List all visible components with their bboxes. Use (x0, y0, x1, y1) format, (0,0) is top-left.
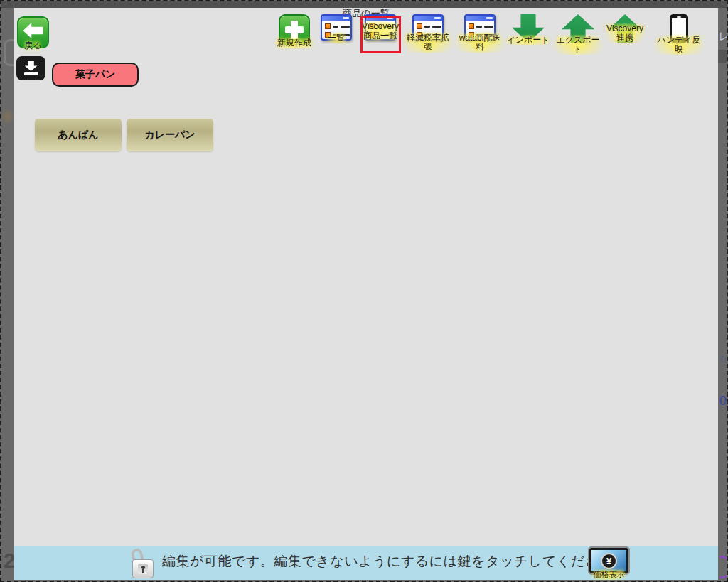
unlocked-padlock-icon[interactable] (131, 549, 155, 580)
price-display-label: 価格表示 (591, 569, 628, 580)
background-remnant-shape (719, 556, 728, 578)
toolbar-label: Viscovery 連携 (603, 23, 647, 43)
background-remnant-text: 0 (719, 394, 727, 409)
yen-icon: ¥ (601, 553, 617, 569)
back-button-label: 戻る (18, 40, 48, 52)
product-button[interactable]: あんぱん (35, 119, 122, 151)
background-remnant-shape (718, 50, 728, 63)
background-remnant-text: レ (719, 30, 728, 43)
toolbar-label: 軽減税率拡張 (400, 33, 456, 53)
edit-status-message: 編集が可能です。編集できないようにするには鍵をタッチしてください。 (162, 552, 627, 571)
download-tray-icon (24, 72, 38, 75)
handy-reflect-button[interactable]: ハンディ反映 (651, 14, 707, 55)
toolbar-label: 一覧 (324, 33, 348, 43)
toolbar-label: ハンディ反映 (651, 35, 707, 55)
category-button-selected[interactable]: 菓子パン (52, 63, 139, 87)
background-remnant-shape (4, 39, 14, 66)
download-arrow-icon (25, 61, 38, 71)
price-display-button[interactable]: ¥ 価格表示 (589, 548, 628, 580)
main-panel (14, 8, 718, 580)
arrow-left-icon (23, 23, 43, 38)
reduced-tax-extension-button[interactable]: 軽減税率拡張 (400, 14, 456, 53)
red-highlight-rectangle (360, 16, 401, 53)
pos-screen: 2 レ 0 0 商品の一覧 戻る 新規作成 一覧 Viscovery 商品一覧 (0, 0, 728, 582)
background-remnant-shape (1, 107, 14, 126)
background-remnant-text: 0 (721, 354, 726, 365)
download-category-button[interactable] (16, 56, 46, 80)
product-button[interactable]: カレーパン (127, 119, 213, 151)
toolbar-label: インポート (503, 35, 553, 45)
back-button[interactable]: 戻る (17, 16, 49, 48)
import-button[interactable]: インポート (500, 14, 557, 45)
padlock-body (132, 559, 154, 578)
viscovery-link-button[interactable]: Viscovery 連携 (596, 14, 653, 43)
